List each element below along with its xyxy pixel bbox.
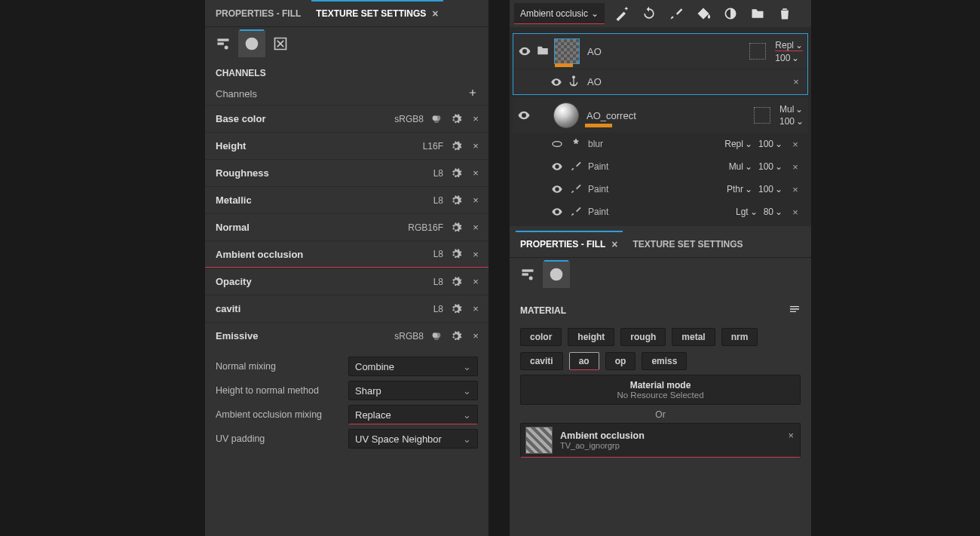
close-icon[interactable]: × [788,430,794,441]
layer-name[interactable]: Paint [588,161,723,172]
gear-icon[interactable] [449,194,463,207]
material-channel-op[interactable]: op [605,352,636,370]
gear-icon[interactable] [449,139,463,153]
gear-icon[interactable] [449,275,463,289]
mesh-maps-view-icon[interactable] [238,30,265,57]
opacity-dropdown[interactable]: 80⌄ [764,207,782,217]
gear-icon[interactable] [449,167,463,180]
svg-point-5 [434,118,439,123]
close-icon[interactable]: × [789,139,802,150]
blend-mode-dropdown[interactable]: Mul⌄ [779,104,804,115]
gear-icon[interactable] [449,247,463,261]
material-channel-height[interactable]: height [568,328,614,346]
visibility-toggle-icon[interactable] [517,109,531,122]
setting-dropdown[interactable]: Combine ⌄ [348,357,478,376]
sublayer-row[interactable]: Paint Mul ⌄ 100⌄ × [513,155,808,178]
opacity-dropdown[interactable]: 100⌄ [775,53,803,63]
close-icon[interactable]: × [469,167,482,180]
close-icon[interactable]: × [789,76,803,87]
visibility-toggle-icon[interactable] [550,161,564,173]
layer-name[interactable]: Paint [588,207,730,217]
tab-texture-set-settings[interactable]: TEXTURE SET SETTINGS × [308,0,446,26]
gear-icon[interactable] [449,329,463,343]
blend-mode-dropdown[interactable]: Lgt ⌄ [736,207,758,217]
blend-mode-dropdown[interactable]: Repl ⌄ [724,139,752,149]
setting-dropdown[interactable]: Replace ⌄ [348,405,478,424]
close-icon[interactable]: × [469,302,482,316]
brush-icon [570,160,582,174]
visibility-toggle-icon[interactable] [550,206,564,218]
opacity-dropdown[interactable]: 100⌄ [758,184,782,194]
layer-group-ao-correct[interactable]: AO_correct Mul⌄ 100⌄ blur Repl ⌄ 100⌄ × … [513,98,808,223]
close-icon[interactable]: × [789,207,802,218]
material-channel-emiss[interactable]: emiss [642,352,687,370]
color-mix-icon[interactable] [430,112,443,126]
tab-texture-set-settings[interactable]: TEXTURE SET SETTINGS [626,231,751,257]
layer-name[interactable]: AO [584,46,745,57]
material-mode-box[interactable]: Material mode No Resource Selected [520,375,801,405]
layer-name[interactable]: AO [584,76,785,87]
brush-icon[interactable] [666,4,686,23]
material-channel-rough[interactable]: rough [620,328,666,346]
channel-filter-dropdown[interactable]: Ambient occlusic ⌄ [514,3,605,24]
blend-mode-dropdown[interactable]: Mul ⌄ [729,161,752,172]
folder-icon[interactable] [748,4,767,23]
layer-group-ao[interactable]: AO Repl⌄ 100⌄ AO × [513,33,808,95]
fill-bucket-icon[interactable] [694,4,713,23]
close-icon[interactable]: × [789,161,802,173]
close-icon[interactable]: × [789,184,802,195]
material-channel-color[interactable]: color [520,328,562,346]
close-icon[interactable]: × [469,329,482,343]
material-channel-caviti[interactable]: caviti [520,352,563,370]
tab-properties-fill[interactable]: PROPERTIES - FILL × [513,231,626,257]
close-icon[interactable]: × [469,194,482,207]
material-channel-metal[interactable]: metal [672,328,715,346]
visibility-toggle-icon[interactable] [550,138,564,150]
opacity-dropdown[interactable]: 100⌄ [758,139,782,149]
opacity-dropdown[interactable]: 100⌄ [758,161,782,172]
close-icon[interactable]: × [469,139,482,153]
gear-icon[interactable] [449,302,463,316]
settings-view-icon[interactable] [210,30,237,57]
color-mix-icon[interactable] [430,329,443,343]
layer-thumbnail[interactable] [554,38,580,64]
close-icon[interactable]: × [432,8,438,20]
blend-mode-dropdown[interactable]: Pthr ⌄ [727,184,752,194]
magic-wand-icon[interactable] [612,4,632,23]
settings-view-icon[interactable] [514,261,541,288]
add-channel-icon[interactable] [467,87,478,100]
uv-view-icon[interactable] [267,30,294,57]
close-icon[interactable]: × [469,221,482,234]
setting-dropdown[interactable]: UV Space Neighbor ⌄ [348,429,478,449]
close-icon[interactable]: × [469,112,482,126]
tab-properties-fill[interactable]: PROPERTIES - FILL [208,0,308,26]
visibility-toggle-icon[interactable] [550,183,564,195]
sublayer-row[interactable]: Paint Pthr ⌄ 100⌄ × [513,178,808,201]
layer-name[interactable]: AO_correct [583,110,636,121]
opacity-dropdown[interactable]: 100⌄ [779,116,804,127]
layer-name[interactable]: blur [588,139,718,149]
visibility-toggle-icon[interactable] [550,76,563,88]
refresh-icon[interactable] [639,4,659,23]
close-icon[interactable]: × [469,275,482,289]
layer-name[interactable]: Paint [588,184,721,194]
blend-mode-dropdown[interactable]: Repl⌄ [775,40,803,51]
resource-slot[interactable]: Ambient occlusion TV_ao_ignorgrp × [520,423,801,458]
material-options-icon[interactable] [789,303,801,317]
sublayer-row[interactable]: Paint Lgt ⌄ 80⌄ × [513,201,808,223]
close-icon[interactable]: × [469,247,482,261]
close-icon[interactable]: × [611,238,617,250]
trash-icon[interactable] [775,4,795,23]
visibility-toggle-icon[interactable] [518,44,531,58]
smart-material-icon[interactable] [721,4,740,23]
gear-icon[interactable] [449,221,463,234]
layer-thumbnail[interactable] [553,103,579,128]
material-channel-nrm[interactable]: nrm [721,328,758,346]
material-channel-ao[interactable]: ao [569,352,599,370]
gear-icon[interactable] [449,112,463,126]
sublayer-row[interactable]: blur Repl ⌄ 100⌄ × [513,133,808,155]
setting-dropdown[interactable]: Sharp ⌄ [348,381,478,400]
mesh-maps-view-icon[interactable] [543,261,570,288]
layer-mask[interactable] [754,107,770,124]
layer-mask[interactable] [749,43,766,60]
